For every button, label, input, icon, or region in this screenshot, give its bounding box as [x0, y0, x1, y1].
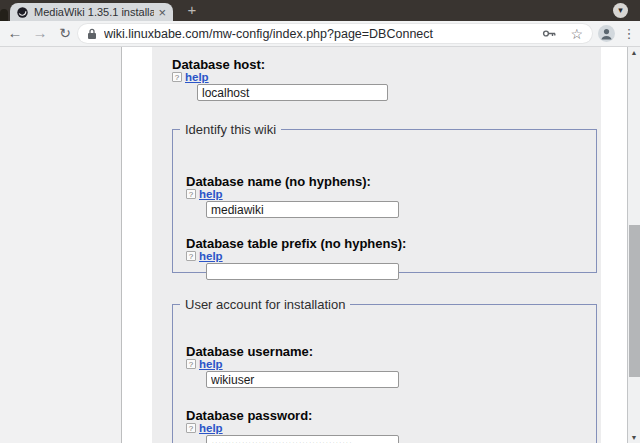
- db-username-label: Database username:: [186, 344, 313, 359]
- scroll-down-icon[interactable]: ▼: [628, 434, 640, 441]
- help-question-icon: ?: [186, 189, 196, 199]
- browser-toolbar: ← → ↻ wiki.linuxbabe.com/mw-config/index…: [0, 21, 640, 47]
- scrollbar-thumb[interactable]: [629, 225, 640, 377]
- page-left-margin: [0, 47, 122, 443]
- tab-strip: MediaWiki 1.35.1 installat × + ▾: [0, 0, 640, 21]
- db-name-label: Database name (no hyphens):: [186, 174, 371, 189]
- browser-window: MediaWiki 1.35.1 installat × + ▾ ← → ↻ w…: [0, 0, 640, 443]
- user-account-fieldset: User account for installation Database u…: [172, 297, 597, 443]
- identify-wiki-fieldset: Identify this wiki Database name (no hyp…: [172, 122, 597, 273]
- db-prefix-help-row: ? help: [186, 250, 223, 262]
- reload-button[interactable]: ↻: [54, 21, 76, 46]
- db-password-label: Database password:: [186, 408, 312, 423]
- tab-title: MediaWiki 1.35.1 installat: [34, 6, 154, 18]
- scrollbar[interactable]: ▲ ▼: [627, 47, 640, 443]
- browser-menu-icon[interactable]: ⋮: [621, 24, 637, 43]
- db-username-help-link[interactable]: help: [199, 358, 223, 370]
- favicon-icon: [17, 7, 28, 18]
- chevron-down-icon: ▾: [618, 6, 623, 15]
- profile-avatar[interactable]: [598, 25, 615, 42]
- scroll-up-icon[interactable]: ▲: [628, 49, 640, 56]
- installer-form: Database host: ? help Identify this wiki…: [152, 47, 601, 443]
- db-prefix-help-link[interactable]: help: [199, 250, 223, 262]
- db-password-help-row: ? help: [186, 422, 223, 434]
- help-question-icon: ?: [186, 423, 196, 433]
- db-host-input[interactable]: [197, 84, 388, 101]
- db-password-help-link[interactable]: help: [199, 422, 223, 434]
- help-question-icon: ?: [186, 359, 196, 369]
- user-account-legend: User account for installation: [180, 297, 350, 312]
- bookmark-star-icon[interactable]: ☆: [570, 27, 583, 41]
- db-host-label: Database host:: [172, 57, 265, 72]
- help-question-icon: ?: [172, 72, 182, 82]
- url-text[interactable]: wiki.linuxbabe.com/mw-config/index.php?p…: [104, 27, 542, 41]
- back-button[interactable]: ←: [4, 21, 26, 46]
- identify-wiki-legend: Identify this wiki: [180, 122, 281, 137]
- password-key-icon[interactable]: [542, 26, 557, 41]
- db-username-help-row: ? help: [186, 358, 223, 370]
- lock-icon: [87, 28, 97, 40]
- tab-close-icon[interactable]: ×: [158, 6, 166, 19]
- forward-button[interactable]: →: [29, 21, 51, 46]
- help-question-icon: ?: [186, 251, 196, 261]
- address-bar[interactable]: wiki.linuxbabe.com/mw-config/index.php?p…: [78, 24, 592, 43]
- db-name-help-row: ? help: [186, 188, 223, 200]
- tab-search-button[interactable]: ▾: [613, 3, 628, 18]
- db-prefix-input[interactable]: [206, 263, 399, 280]
- db-prefix-label: Database table prefix (no hyphens):: [186, 236, 406, 251]
- db-host-help-row: ? help: [172, 71, 209, 83]
- page-content: Database host: ? help Identify this wiki…: [0, 47, 640, 443]
- new-tab-button[interactable]: +: [183, 1, 201, 18]
- db-password-input[interactable]: [206, 435, 399, 443]
- db-host-help-link[interactable]: help: [185, 71, 209, 83]
- db-username-input[interactable]: [206, 371, 399, 388]
- browser-tab[interactable]: MediaWiki 1.35.1 installat ×: [10, 3, 173, 21]
- window-corner: [0, 9, 8, 21]
- db-name-input[interactable]: [206, 201, 399, 218]
- db-name-help-link[interactable]: help: [199, 188, 223, 200]
